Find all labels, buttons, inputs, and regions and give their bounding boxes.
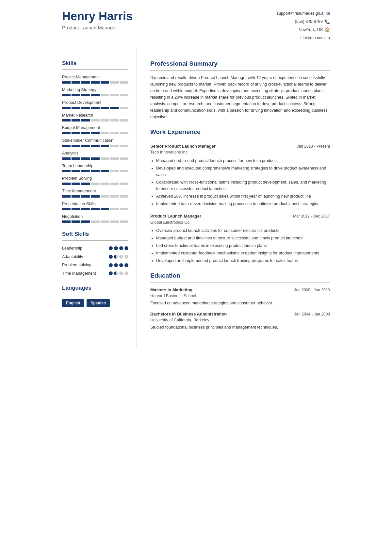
skill-bar-segment (62, 157, 71, 160)
dot (119, 263, 123, 267)
education-title: Education (150, 271, 330, 281)
skills-section: Skills Project ManagementMarketing Strat… (62, 59, 128, 223)
job-bullets: Oversaw product launch activities for co… (150, 227, 330, 264)
location-text: NewYork, US (299, 26, 323, 34)
skill-bar-segment (62, 208, 71, 210)
resume-header: Henry Harris Product Launch Manager supp… (49, 0, 343, 49)
skill-bar-segment (120, 220, 128, 223)
skills-list: Project ManagementMarketing StrategyProd… (62, 74, 128, 223)
job-title: Product Launch Manager (150, 213, 201, 219)
skill-bar-segment (72, 183, 80, 185)
skill-name: Problem Solving (62, 175, 128, 182)
dot (114, 271, 118, 275)
skill-bar-segment (110, 183, 119, 185)
skill-bar-segment (110, 195, 119, 198)
skill-bar-segment (62, 81, 71, 84)
skill-bar-segment (91, 220, 99, 223)
skill-bar-segment (91, 107, 99, 109)
summary-text: Dynamic and results-driven Product Launc… (150, 74, 330, 120)
edu-school: Harvard Business School (150, 293, 330, 299)
skill-bar-segment (91, 81, 99, 84)
job-bullet: Developed and executed comprehensive mar… (156, 165, 330, 178)
skill-name: Time Management (62, 188, 128, 194)
skills-divider (62, 69, 128, 70)
skill-bar-segment (110, 94, 119, 96)
languages-divider (62, 294, 128, 294)
job-entry: Senior Product Launch ManagerJan 2018 - … (150, 143, 330, 207)
skill-bar-segment (110, 119, 119, 121)
soft-skill-row: Time Management (62, 270, 128, 277)
skill-bar-segment (81, 119, 90, 121)
languages-section: Languages EnglishSpanish (62, 284, 128, 308)
skill-bar-segment (62, 145, 71, 147)
soft-skill-row: Leadership (62, 245, 128, 251)
skill-bar-segment (101, 107, 109, 109)
skill-bar (62, 195, 128, 198)
edu-dates: Jan 2008 - Jan 2010 (294, 287, 330, 293)
skill-bar-segment (81, 107, 90, 109)
job-bullet: Collaborated with cross-functional teams… (156, 179, 330, 192)
soft-skill-name: Adaptability (62, 254, 109, 260)
soft-skill-row: Adaptability (62, 254, 128, 260)
job-bullet: Led cross-functional teams in executing … (156, 242, 330, 249)
skill-bar-segment (110, 170, 119, 172)
job-bullet: Managed budget and timelines to ensure s… (156, 235, 330, 241)
sidebar: Skills Project ManagementMarketing Strat… (49, 49, 137, 348)
skill-bar-segment (72, 119, 80, 121)
skill-bar-segment (72, 94, 80, 96)
soft-skill-dots (109, 263, 128, 267)
skill-bar-segment (81, 81, 90, 84)
skill-item: Presentation Skills (62, 201, 128, 210)
job-header: Product Launch ManagerMar 2012 - Dec 201… (150, 213, 330, 219)
edu-header: Bachelors in Business AdministrationJan … (150, 311, 330, 317)
candidate-name: Henry Harris (62, 10, 133, 23)
skill-bar-segment (101, 183, 109, 185)
main-content: Professional Summary Dynamic and results… (137, 49, 343, 348)
skill-bar-segment (120, 157, 128, 160)
soft-skill-dots (109, 246, 128, 250)
skill-bar-segment (91, 208, 99, 210)
skill-bar-segment (81, 94, 90, 96)
skills-title: Skills (62, 59, 128, 68)
skill-bar-segment (101, 170, 109, 172)
skill-item: Stakeholder Communication (62, 138, 128, 147)
skill-item: Team Leadership (62, 163, 128, 172)
skill-bar-segment (81, 132, 90, 134)
skill-bar-segment (110, 132, 119, 134)
skill-bar-segment (91, 183, 99, 185)
skill-name: Negotiation (62, 214, 128, 220)
skill-bar-segment (101, 132, 109, 134)
skill-bar-segment (81, 183, 90, 185)
experience-title: Work Experience (150, 127, 330, 137)
skill-bar-segment (72, 145, 80, 147)
candidate-title: Product Launch Manager (62, 24, 133, 32)
skill-bar-segment (72, 208, 80, 210)
experience-section: Work Experience Senior Product Launch Ma… (150, 127, 330, 264)
skill-bar-segment (101, 208, 109, 210)
skill-bar-segment (81, 195, 90, 198)
skill-item: Project Management (62, 74, 128, 84)
language-badge: Spanish (87, 299, 110, 307)
skill-bar-segment (91, 119, 99, 121)
skill-name: Budget Management (62, 125, 128, 131)
skill-bar (62, 107, 128, 109)
summary-section: Professional Summary Dynamic and results… (150, 59, 330, 121)
soft-skill-row: Problem-solving (62, 262, 128, 268)
skill-bar-segment (120, 94, 128, 96)
dot (114, 263, 118, 267)
skill-bar-segment (72, 157, 80, 160)
skill-bar-segment (120, 145, 128, 147)
skill-bar-segment (62, 195, 71, 198)
dot (124, 263, 128, 267)
edu-degree: Bachelors in Business Administration (150, 311, 227, 317)
skill-bar-segment (120, 208, 128, 210)
skill-item: Analytics (62, 150, 128, 160)
skill-bar (62, 170, 128, 172)
skill-bar-segment (110, 145, 119, 147)
skill-bar-segment (120, 195, 128, 198)
job-bullet: Oversaw product launch activities for co… (156, 227, 330, 234)
skill-name: Market Research (62, 112, 128, 119)
skill-bar (62, 81, 128, 84)
phone-text: (555) 345-6789 (295, 18, 323, 26)
edu-degree: Masters in Marketing (150, 287, 192, 293)
